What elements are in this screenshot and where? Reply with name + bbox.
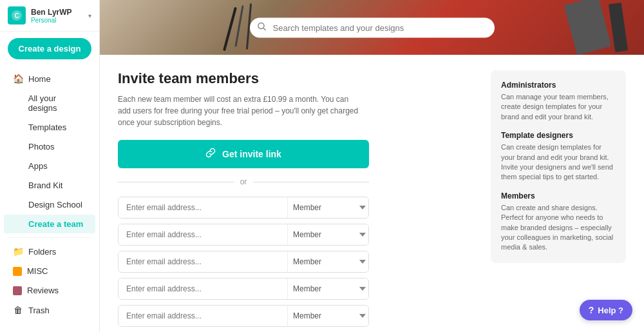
sidebar-item-brand-kit[interactable]: Brand Kit	[4, 176, 95, 195]
email-row-3: Member Admin Template designer	[118, 251, 369, 273]
email-row-5: Member Admin Template designer	[118, 305, 369, 327]
member-select-4[interactable]: Member Admin Template designer	[287, 278, 368, 299]
search-container	[250, 17, 495, 37]
user-info: Ben LyrWP Personal	[31, 8, 88, 24]
folder-icon: 📁	[13, 246, 23, 257]
page-subtitle: Each new team member will cost an extra …	[118, 93, 363, 128]
sidebar-item-design-school[interactable]: Design School	[4, 195, 95, 214]
home-icon: 🏠	[13, 73, 23, 84]
left-panel: Invite team members Each new team member…	[118, 70, 475, 317]
search-input[interactable]	[250, 17, 495, 37]
svg-point-2	[258, 23, 264, 29]
divider-line-right	[253, 182, 369, 182]
user-type: Personal	[31, 17, 88, 24]
divider-line-left	[118, 182, 234, 182]
top-bar	[100, 0, 644, 55]
sidebar-item-apps[interactable]: Apps	[4, 157, 95, 175]
or-divider: or	[118, 177, 369, 186]
sidebar-item-reviews[interactable]: Reviews	[4, 281, 95, 300]
member-select-2[interactable]: Member Admin Template designer	[287, 224, 368, 245]
right-panel: Administrators Can manage your team memb…	[491, 70, 626, 317]
get-invite-link-button[interactable]: Get invite link	[118, 140, 369, 168]
role-section-member: Members Can create and share designs. Pe…	[501, 191, 616, 253]
email-row-4: Member Admin Template designer	[118, 278, 369, 300]
member-select-5[interactable]: Member Admin Template designer	[287, 306, 368, 326]
member-select-3[interactable]: Member Admin Template designer	[287, 251, 368, 272]
help-icon: ?	[589, 305, 594, 315]
create-design-button[interactable]: Create a design	[8, 38, 91, 59]
sidebar-item-misc[interactable]: MISC	[4, 262, 95, 280]
email-row-2: Member Admin Template designer	[118, 224, 369, 246]
sidebar-item-templates[interactable]: Templates	[4, 118, 95, 137]
app-logo: C	[8, 6, 26, 24]
main-content: Invite team members Each new team member…	[100, 0, 644, 332]
role-title-member: Members	[501, 191, 616, 200]
or-text: or	[240, 177, 247, 186]
member-select-1[interactable]: Member Admin Template designer	[287, 197, 368, 218]
role-section-admin: Administrators Can manage your team memb…	[501, 81, 616, 122]
search-icon	[258, 23, 266, 33]
misc-icon	[13, 267, 22, 276]
svg-text:C: C	[14, 12, 19, 19]
sidebar-item-label: Photos	[28, 142, 54, 151]
username: Ben LyrWP	[31, 8, 88, 17]
sidebar-item-all-designs[interactable]: All your designs	[4, 89, 95, 117]
sidebar-item-label: Trash	[28, 306, 50, 315]
role-title-template: Template designers	[501, 131, 616, 140]
nav-divider	[8, 237, 91, 238]
invite-link-label: Get invite link	[222, 149, 281, 159]
reviews-icon	[13, 286, 22, 295]
sidebar-item-label: Apps	[28, 161, 48, 171]
sidebar-item-label: Reviews	[27, 286, 59, 295]
sidebar-item-create-team[interactable]: Create a team	[4, 215, 95, 233]
sidebar-item-label: MISC	[27, 266, 48, 276]
sidebar-item-label: Folders	[28, 247, 56, 257]
page-title: Invite team members	[118, 70, 475, 87]
email-input-2[interactable]	[118, 224, 287, 245]
sidebar-nav: 🏠 Home All your designs Templates Photos…	[0, 66, 99, 332]
sidebar-header[interactable]: C Ben LyrWP Personal ▾	[0, 0, 99, 32]
trash-icon: 🗑	[13, 305, 23, 315]
email-row-1: Member Admin Template designer	[118, 197, 369, 219]
role-desc-template: Can create design templates for your bra…	[501, 142, 616, 182]
sidebar-item-trash[interactable]: 🗑 Trash	[4, 300, 95, 320]
help-button[interactable]: ? Help ?	[580, 300, 632, 320]
chevron-down-icon: ▾	[88, 12, 91, 19]
svg-line-3	[263, 28, 266, 31]
link-icon	[205, 148, 216, 161]
email-input-3[interactable]	[118, 251, 287, 272]
email-input-4[interactable]	[118, 278, 287, 299]
sidebar-item-label: Home	[28, 74, 51, 84]
sidebar: C Ben LyrWP Personal ▾ Create a design 🏠…	[0, 0, 100, 332]
page-body: Invite team members Each new team member…	[100, 55, 644, 332]
roles-card: Administrators Can manage your team memb…	[491, 70, 626, 263]
role-title-admin: Administrators	[501, 81, 616, 90]
sidebar-item-label: Templates	[28, 122, 66, 132]
sidebar-item-label: Brand Kit	[28, 181, 62, 190]
sidebar-item-label: Create a team	[28, 219, 83, 229]
email-input-1[interactable]	[118, 197, 287, 218]
email-input-5[interactable]	[118, 306, 287, 326]
sidebar-item-photos[interactable]: Photos	[4, 137, 95, 156]
role-desc-admin: Can manage your team members, create des…	[501, 92, 616, 122]
sidebar-item-home[interactable]: 🏠 Home	[4, 69, 95, 88]
help-label: Help ?	[598, 306, 623, 315]
sidebar-item-label: Design School	[28, 200, 82, 210]
role-desc-member: Can create and share designs. Perfect fo…	[501, 203, 616, 253]
role-section-template: Template designers Can create design tem…	[501, 131, 616, 182]
sidebar-item-folders[interactable]: 📁 Folders	[4, 242, 95, 261]
sidebar-item-label: All your designs	[28, 93, 86, 113]
